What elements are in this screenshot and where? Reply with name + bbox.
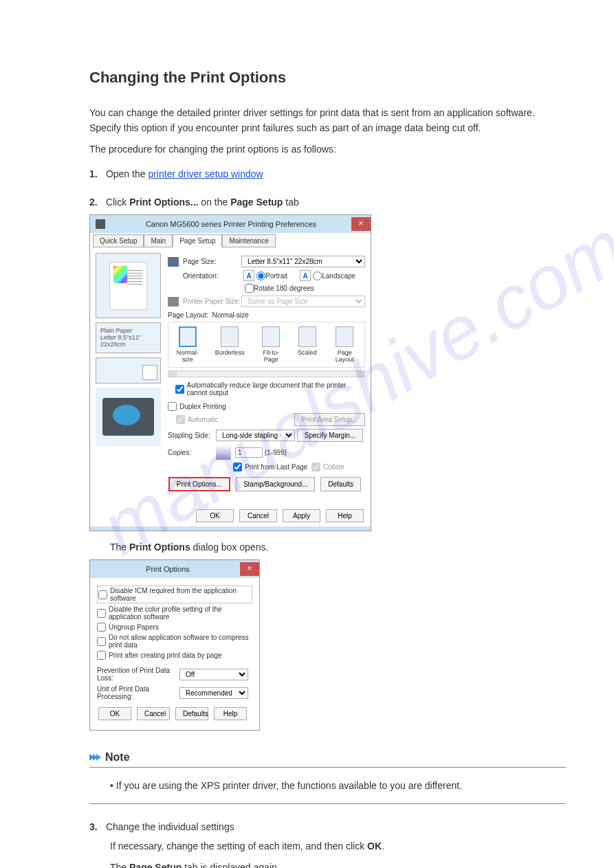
dlg1-title: Canon MG5600 series Printer Printing Pre… <box>111 220 351 228</box>
print-options-dialog: Print Options × Disable ICM required fro… <box>89 559 260 731</box>
step2-num: 2. <box>89 197 103 208</box>
media-selector[interactable] <box>96 357 161 383</box>
disable-color-profile-checkbox[interactable] <box>97 609 106 618</box>
step-2: 2. Click Print Options... on the Page Se… <box>89 197 566 208</box>
defaults-button[interactable]: Defaults <box>175 707 208 720</box>
step1-num: 1. <box>89 168 103 179</box>
automatic-checkbox <box>176 415 185 424</box>
upd-select[interactable]: Recommended <box>179 687 248 699</box>
cancel-button[interactable]: Cancel <box>239 509 277 522</box>
printer-icon <box>96 219 105 229</box>
help-button[interactable]: Help <box>326 509 364 522</box>
close-icon[interactable]: × <box>351 217 371 231</box>
auto-reduce-checkbox[interactable] <box>175 385 184 394</box>
tab-page-setup[interactable]: Page Setup <box>173 234 222 247</box>
step-1: 1. Open the printer driver setup window <box>89 168 566 179</box>
layout-normal[interactable]: Normal-size <box>175 326 200 363</box>
disable-icm-checkbox[interactable] <box>98 590 107 599</box>
page-size-label: Page Size: <box>183 258 241 265</box>
collate-checkbox <box>311 463 320 471</box>
apply-button[interactable]: Apply <box>283 509 320 522</box>
intro-p2: Specify this option if you encounter pri… <box>89 122 566 133</box>
defaults-button[interactable]: Defaults <box>320 477 361 491</box>
page-title: Changing the Print Options <box>89 69 566 87</box>
tab-main[interactable]: Main <box>144 234 173 247</box>
layout-scaled[interactable]: Scaled <box>298 326 317 363</box>
ok-button[interactable]: OK <box>98 707 131 720</box>
step3-num: 3. <box>89 821 103 832</box>
layout-borderless[interactable]: Borderless <box>215 326 245 363</box>
step3-line1: If necessary, change the setting of each… <box>110 839 566 854</box>
layout-scrollbar[interactable] <box>168 370 365 377</box>
layout-page[interactable]: Page Layout <box>331 326 358 363</box>
note-text: • If you are using the XPS printer drive… <box>110 778 566 793</box>
hr-top <box>89 767 566 768</box>
paper-info: Plain Paper Letter 8.5"x11" 22x28cm <box>96 322 161 353</box>
printer-driver-link[interactable]: printer driver setup window <box>148 168 263 179</box>
stamp-background-button[interactable]: Stamp/Background... <box>236 477 315 491</box>
print-preferences-dialog: Canon MG5600 series Printer Printing Pre… <box>89 214 371 531</box>
layout-icons-row: Normal-size Borderless Fit-to-Page Scale… <box>168 322 365 368</box>
printer-illustration <box>96 388 161 446</box>
stapling-select[interactable]: Long-side stapling (Left) <box>216 430 295 441</box>
rotate-checkbox[interactable] <box>245 284 254 293</box>
step3-line2: The Page Setup tab is displayed again. <box>110 860 566 868</box>
chevron-icon <box>89 754 100 761</box>
orientation-label: Orientation: <box>183 272 241 280</box>
dlg2-intro: The Print Options dialog box opens. <box>110 542 566 553</box>
print-area-button: Print Area Setup... <box>294 413 365 426</box>
landscape-icon: A <box>300 270 311 281</box>
pdl-select[interactable]: Off <box>179 669 248 680</box>
copies-spinner[interactable]: 1 <box>235 447 263 458</box>
print-options-button[interactable]: Print Options... <box>168 477 230 491</box>
print-after-creating-checkbox[interactable] <box>97 651 106 660</box>
help-button[interactable]: Help <box>214 707 247 720</box>
page-size-select[interactable]: Letter 8.5"x11" 22x28cm <box>241 256 365 267</box>
intro-p3: The procedure for changing the print opt… <box>89 144 566 155</box>
cancel-button[interactable]: Cancel <box>137 707 170 720</box>
specify-margin-button[interactable]: Specify Margin... <box>297 429 363 442</box>
step1-text: Open the <box>106 168 149 179</box>
tab-quick-setup[interactable]: Quick Setup <box>93 234 144 247</box>
note-title: Note <box>105 751 130 764</box>
step-3: 3. Change the individual settings <box>89 821 566 832</box>
layout-fit[interactable]: Fit-to-Page <box>260 326 283 363</box>
portrait-radio[interactable] <box>256 271 265 280</box>
tab-maintenance[interactable]: Maintenance <box>222 234 275 247</box>
ungroup-papers-checkbox[interactable] <box>97 623 106 632</box>
portrait-icon: A <box>243 270 254 281</box>
close-icon[interactable]: × <box>240 562 259 576</box>
copies-icon <box>216 445 231 460</box>
ok-button[interactable]: OK <box>196 509 234 522</box>
page-size-icon <box>168 257 179 267</box>
duplex-checkbox[interactable] <box>168 402 177 411</box>
intro-p1: You can change the detailed printer driv… <box>89 107 566 118</box>
from-last-checkbox[interactable] <box>233 463 242 471</box>
no-compress-checkbox[interactable] <box>97 637 106 646</box>
hr-bottom <box>89 803 566 804</box>
dlg2-title: Print Options <box>96 565 240 573</box>
paper-preview <box>96 253 161 318</box>
printer-paper-select: Same as Page Size <box>241 296 365 307</box>
landscape-radio[interactable] <box>313 271 322 280</box>
printer-paper-icon <box>168 297 179 307</box>
